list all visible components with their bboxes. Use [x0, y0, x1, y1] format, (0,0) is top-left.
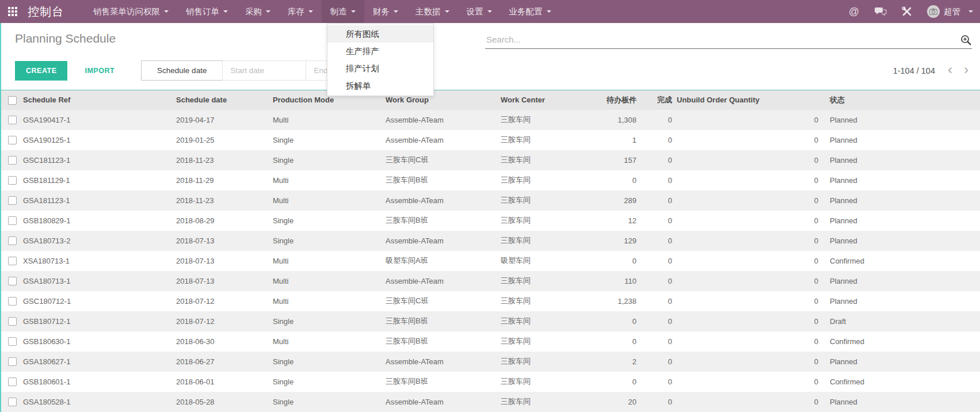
column-header-7[interactable]: Unbuild Order Quantity — [674, 90, 822, 110]
table-row[interactable]: GSB180630-12018-06-30Multi三胺车间B班三胺车间000C… — [0, 331, 980, 352]
row-checkbox[interactable] — [8, 236, 17, 245]
cell: 0 — [584, 311, 639, 331]
pagination: 1-104 / 104 ‹ › — [893, 64, 972, 78]
table-row[interactable]: GSB180829-12018-08-29Single三胺车间B班三胺车间120… — [0, 211, 980, 231]
dropdown-item-0[interactable]: 所有图纸 — [327, 25, 433, 43]
cell: 0 — [674, 352, 822, 372]
apps-grid-icon[interactable] — [8, 7, 17, 16]
cell: 0 — [639, 130, 674, 150]
table-row[interactable]: GSC181123-12018-11-23Single三胺车间C班三胺车间157… — [0, 150, 980, 170]
dropdown-item-2[interactable]: 排产计划 — [327, 60, 433, 77]
nav-menu-3[interactable]: 库存 — [279, 0, 322, 23]
cell: 三胺车间 — [498, 372, 584, 392]
table-row[interactable]: GSB180712-12018-07-12Single三胺车间B班三胺车间000… — [0, 311, 980, 331]
table-row[interactable]: GSA180627-12018-06-27SingleAssemble-ATea… — [0, 352, 980, 372]
chat-icon[interactable] — [874, 7, 887, 16]
nav-menu-2[interactable]: 采购 — [237, 0, 279, 23]
row-checkbox[interactable] — [8, 317, 17, 326]
row-checkbox[interactable] — [8, 257, 17, 265]
table-row[interactable]: GSC180712-12018-07-12Multi三胺车间C班三胺车间1,23… — [0, 291, 980, 311]
at-icon[interactable]: @ — [849, 6, 859, 18]
pagination-prev-button[interactable]: ‹ — [948, 64, 952, 78]
table-row[interactable]: GSB181129-12018-11-29Multi三胺车间B班三胺车间000P… — [0, 170, 980, 190]
schedule-date-button[interactable]: Schedule date — [141, 60, 223, 81]
cell: Assemble-ATeam — [383, 231, 498, 251]
main-content: Planning Schedule CREATE IMPORT Schedule… — [0, 23, 980, 412]
cell: 0 — [674, 170, 822, 190]
table-row[interactable]: GSA181123-12018-11-23MultiAssemble-ATeam… — [0, 190, 980, 211]
start-date-input[interactable] — [222, 60, 306, 81]
row-checkbox[interactable] — [8, 216, 17, 225]
create-button[interactable]: CREATE — [15, 61, 67, 81]
nav-menu-1[interactable]: 销售订单 — [177, 0, 237, 23]
table-row[interactable]: GSA180713-12018-07-13MultiAssemble-ATeam… — [0, 271, 980, 291]
cell: 三胺车间 — [498, 271, 584, 291]
column-header-0[interactable]: Schedule Ref — [21, 90, 174, 110]
cell: 0 — [674, 251, 822, 271]
nav-menu-6[interactable]: 主数据 — [407, 0, 458, 23]
cell: 129 — [584, 231, 639, 251]
column-header-1[interactable]: Schedule date — [174, 90, 270, 110]
cell: 2019-01-25 — [174, 130, 270, 150]
nav-menu-4[interactable]: 制造 — [322, 0, 364, 23]
row-checkbox[interactable] — [8, 357, 17, 366]
user-menu[interactable]: 超管 — [927, 5, 973, 18]
cell: Assemble-ATeam — [383, 271, 498, 291]
column-header-4[interactable]: Work Center — [498, 90, 584, 110]
table-row[interactable]: GSA190417-12019-04-17MultiAssemble-ATeam… — [0, 110, 980, 130]
left-edge-accent — [0, 23, 1, 412]
cell: 三胺车间B班 — [383, 331, 498, 352]
cell: 三胺车间B班 — [383, 311, 498, 331]
table-row[interactable]: GSA180713-22018-07-13SingleAssemble-ATea… — [0, 231, 980, 251]
row-checkbox[interactable] — [8, 337, 17, 346]
avatar — [927, 5, 940, 18]
cell: GSC181123-1 — [21, 150, 174, 170]
column-header-6[interactable]: 完成 — [639, 90, 674, 110]
cell: GSB180712-1 — [21, 311, 174, 331]
nav-menu-8[interactable]: 业务配置 — [501, 0, 560, 23]
column-header-8[interactable]: 状态 — [822, 90, 980, 110]
row-checkbox[interactable] — [8, 116, 17, 124]
cell: 0 — [639, 170, 674, 190]
zoom-in-search-icon[interactable] — [960, 34, 972, 48]
row-checkbox[interactable] — [8, 377, 17, 386]
dropdown-item-1[interactable]: 生产排产 — [327, 43, 433, 60]
cell: Single — [270, 231, 383, 251]
cell: 20 — [584, 392, 639, 412]
table-row[interactable]: GSB180601-12018-06-01Single三胺车间B班三胺车间000… — [0, 372, 980, 392]
cell: 0 — [674, 372, 822, 392]
cell: 2018-11-23 — [174, 190, 270, 211]
table-row[interactable]: GSA180528-12018-05-28SingleAssemble-ATea… — [0, 392, 980, 412]
row-checkbox[interactable] — [8, 136, 17, 144]
cell: 0 — [639, 291, 674, 311]
cell: 0 — [639, 231, 674, 251]
pagination-next-button[interactable]: › — [964, 64, 968, 78]
nav-menu-label: 主数据 — [415, 6, 441, 17]
cell: 0 — [674, 231, 822, 251]
select-all-checkbox[interactable] — [8, 96, 17, 105]
row-checkbox[interactable] — [8, 297, 17, 306]
row-checkbox[interactable] — [8, 176, 17, 185]
nav-menu-5[interactable]: 财务 — [364, 0, 407, 23]
row-checkbox-cell — [0, 392, 21, 412]
row-checkbox[interactable] — [8, 196, 17, 205]
column-header-5[interactable]: 待办板件 — [584, 90, 639, 110]
cell: Single — [270, 311, 383, 331]
chevron-down-icon — [968, 10, 973, 13]
search-input[interactable] — [485, 33, 972, 49]
dropdown-item-3[interactable]: 拆解单 — [327, 77, 433, 94]
row-checkbox[interactable] — [8, 277, 17, 285]
cell: 三胺车间 — [498, 211, 584, 231]
import-button[interactable]: IMPORT — [81, 66, 118, 75]
table-row[interactable]: XSA180713-12018-07-13Multi吸塑车间A班吸塑车间000C… — [0, 251, 980, 271]
nav-menu-bar: 销售菜单访问权限销售订单采购库存制造财务主数据设置业务配置 — [85, 0, 560, 23]
row-checkbox-cell — [0, 190, 21, 211]
table-row[interactable]: GSA190125-12019-01-25SingleAssemble-ATea… — [0, 130, 980, 150]
row-checkbox[interactable] — [8, 156, 17, 165]
nav-menu-0[interactable]: 销售菜单访问权限 — [85, 0, 177, 23]
cell: Multi — [270, 170, 383, 190]
row-checkbox[interactable] — [8, 398, 17, 406]
cell: 三胺车间 — [498, 130, 584, 150]
tools-icon[interactable] — [902, 6, 912, 17]
nav-menu-7[interactable]: 设置 — [458, 0, 501, 23]
